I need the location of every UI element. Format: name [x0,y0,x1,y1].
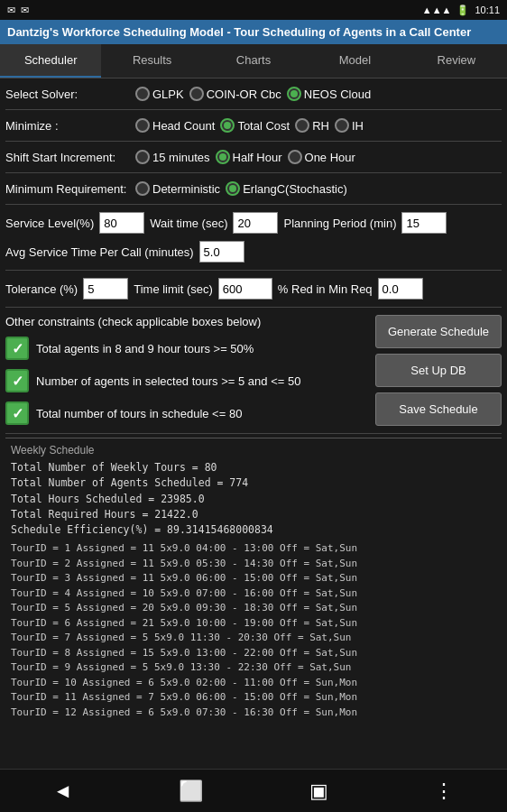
min-ih-radio[interactable] [335,118,349,133]
planning-period-label: Planning Period (min) [283,217,396,230]
solver-coin[interactable]: COIN-OR Cbc [189,87,281,101]
planning-period-input[interactable] [401,212,447,234]
min-req-row: Minimum Requirement: Deterministic Erlan… [5,177,502,200]
shift-onehour[interactable]: One Hour [288,150,355,164]
main-content: Select Solver: GLPK COIN-OR Cbc NEOS Clo… [0,78,507,753]
pct-red-label: % Red in Min Req [278,282,373,296]
tab-charts[interactable]: Charts [203,44,304,78]
min-headcount[interactable]: Head Count [135,118,215,133]
setup-db-button[interactable]: Set Up DB [375,354,502,387]
shift-start-label: Shift Start Increment: [5,151,132,164]
service-level-row: Service Level(%) Wait time (sec) Plannin… [5,208,502,237]
minimize-row: Minimize : Head Count Total Cost RH IH [5,114,502,137]
tab-scheduler[interactable]: Scheduler [0,44,101,78]
req-erlangc-radio[interactable] [226,181,240,196]
back-button[interactable]: ◄ [39,772,88,810]
app-title: Dantzig's Workforce Scheduling Model - T… [7,25,471,39]
schedule-header: Weekly Schedule [11,442,496,460]
constraint-2-label: Number of agents in selected tours >= 5 … [36,374,300,388]
req-det-radio[interactable] [135,181,150,196]
avg-service-time-row: Avg Service Time Per Call (minutes) [5,237,502,266]
time: 10:11 [475,5,500,15]
battery-icon: 🔋 [456,5,469,16]
constraint-1-label: Total agents in 8 and 9 hour tours >= 50… [36,342,254,355]
tab-model[interactable]: Model [304,44,405,78]
tour-list: TourID = 1 Assigned = 11 5x9.0 04:00 - 1… [11,541,496,720]
wifi-icon: ▲▲▲ [422,5,452,15]
list-item: TourID = 1 Assigned = 11 5x9.0 04:00 - 1… [11,541,496,557]
constraints-left: Other constraints (check applicable boxe… [5,311,370,429]
avg-service-input[interactable] [199,241,244,263]
save-schedule-button[interactable]: Save Schedule [375,392,502,426]
constraint-2-checkbox[interactable] [5,369,29,392]
min-req-label: Minimum Requirement: [5,182,132,196]
constraint-1[interactable]: Total agents in 8 and 9 hour tours >= 50… [5,332,370,364]
constraint-3[interactable]: Total number of tours in schedule <= 80 [5,397,370,429]
solver-label: Select Solver: [5,88,132,101]
status-bar: ✉ ✉ ▲▲▲ 🔋 10:11 [0,0,507,20]
shift-halfhour-radio[interactable] [216,150,230,164]
constraints-header: Other constraints (check applicable boxe… [5,311,370,332]
schedule-output: Weekly Schedule Total Number of Weekly T… [5,438,502,724]
min-totalcost-radio[interactable] [220,118,235,133]
list-item: TourID = 3 Assigned = 11 5x9.0 06:00 - 1… [11,571,496,586]
wait-time-input[interactable] [233,212,278,234]
wait-time-label: Wait time (sec) [150,217,227,230]
tolerance-row: Tolerance (%) Time limit (sec) % Red in … [5,274,502,303]
solver-glpk[interactable]: GLPK [135,87,184,101]
min-rh-radio[interactable] [295,118,309,133]
tab-review[interactable]: Review [406,44,507,78]
tolerance-input[interactable] [83,278,128,300]
solver-coin-radio[interactable] [189,87,204,101]
list-item: TourID = 6 Assigned = 21 5x9.0 10:00 - 1… [11,616,496,632]
email-icon: ✉ [21,5,29,16]
constraint-2[interactable]: Number of agents in selected tours >= 5 … [5,364,370,397]
service-level-input[interactable] [99,212,144,234]
avg-service-label: Avg Service Time Per Call (minutes) [5,245,194,259]
list-item: TourID = 10 Assigned = 6 5x9.0 02:00 - 1… [11,676,496,691]
constraint-3-label: Total number of tours in schedule <= 80 [36,407,242,420]
shift-halfhour[interactable]: Half Hour [216,150,282,164]
recent-button[interactable]: ▣ [295,772,343,810]
solver-neos[interactable]: NEOS Cloud [287,87,371,101]
constraints-section: Other constraints (check applicable boxe… [5,311,502,429]
minimize-radio-group: Head Count Total Cost RH IH [135,118,364,133]
req-deterministic[interactable]: Deterministic [135,181,220,196]
tab-results[interactable]: Results [101,44,202,78]
list-item: TourID = 12 Assigned = 6 5x9.0 07:30 - 1… [11,706,496,721]
more-button[interactable]: ⋮ [419,772,468,810]
minimize-label: Minimize : [5,119,132,133]
list-item: TourID = 8 Assigned = 15 5x9.0 13:00 - 2… [11,646,496,661]
min-totalcost[interactable]: Total Cost [220,118,290,133]
constraint-3-checkbox[interactable] [5,401,29,425]
service-level-label: Service Level(%) [5,217,94,230]
pct-red-input[interactable] [378,278,423,300]
shift-onehour-radio[interactable] [288,150,302,164]
constraint-1-checkbox[interactable] [5,337,29,360]
shift-start-row: Shift Start Increment: 15 minutes Half H… [5,145,502,169]
time-limit-input[interactable] [218,278,272,300]
shift-15min[interactable]: 15 minutes [135,150,210,164]
min-req-radio-group: Deterministic ErlangC(Stochastic) [135,181,347,196]
title-bar: Dantzig's Workforce Scheduling Model - T… [0,20,507,44]
nav-bar: ◄ ⬜ ▣ ⋮ [0,769,507,812]
solver-row: Select Solver: GLPK COIN-OR Cbc NEOS Clo… [5,82,502,106]
min-rh[interactable]: RH [295,118,329,133]
tab-bar: Scheduler Results Charts Model Review [0,44,507,78]
generate-schedule-button[interactable]: Generate Schedule [375,315,502,348]
buttons-panel: Generate Schedule Set Up DB Save Schedul… [375,311,502,429]
schedule-stats: Total Number of Weekly Tours = 80 Total … [11,460,496,538]
list-item: TourID = 7 Assigned = 5 5x9.0 11:30 - 20… [11,631,496,646]
req-erlangc[interactable]: ErlangC(Stochastic) [226,181,347,196]
tolerance-label: Tolerance (%) [5,282,78,296]
home-button[interactable]: ⬜ [164,772,217,810]
shift-15min-radio[interactable] [135,150,150,164]
solver-radio-group: GLPK COIN-OR Cbc NEOS Cloud [135,87,371,101]
shift-start-radio-group: 15 minutes Half Hour One Hour [135,150,355,164]
time-limit-label: Time limit (sec) [134,282,213,296]
min-ih[interactable]: IH [335,118,364,133]
min-headcount-radio[interactable] [135,118,150,133]
list-item: TourID = 2 Assigned = 11 5x9.0 05:30 - 1… [11,557,496,572]
solver-glpk-radio[interactable] [135,87,150,101]
solver-neos-radio[interactable] [287,87,301,101]
